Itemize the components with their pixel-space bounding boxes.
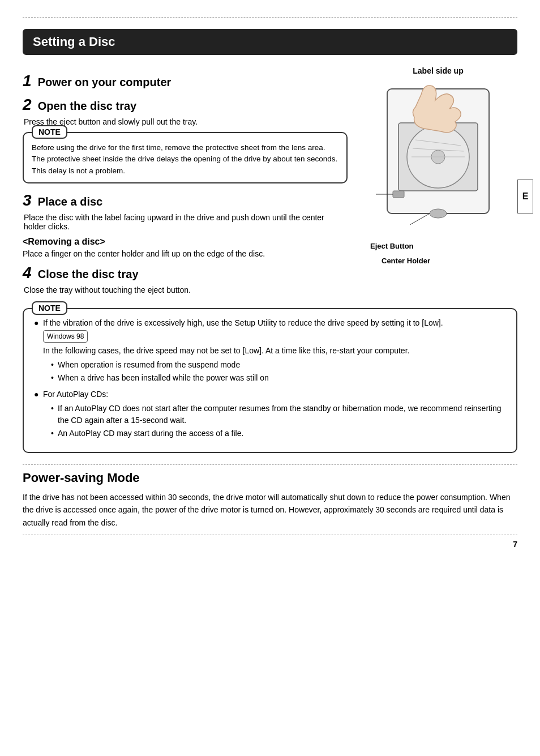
note2-sub-item3: If an AutoPlay CD does not start after t…: [51, 403, 506, 426]
page-number: 7: [513, 540, 517, 549]
note2-sub-item4: An AutoPlay CD may start during the acce…: [51, 428, 506, 439]
power-saving-section: Power-saving Mode If the drive has not b…: [23, 464, 517, 535]
step1-label: Power on your computer: [38, 76, 172, 88]
center-holder-label: Center Holder: [382, 257, 430, 265]
step3-number: 3: [23, 191, 32, 209]
note-content-1: Before using the drive for the first tim…: [32, 142, 338, 177]
step4-body: Close the tray without touching the ejec…: [24, 285, 348, 294]
diagram-label-side-up: Label side up: [413, 66, 463, 75]
step4-number: 4: [23, 264, 32, 281]
note2-bullet2: For AutoPlay CDs: If an AutoPlay CD does…: [34, 388, 506, 439]
step2-body: Press the eject button and slowly pull o…: [24, 117, 348, 126]
step4-label: Close the disc tray: [38, 268, 139, 280]
note-box-1: NOTE Before using the drive for the firs…: [23, 132, 348, 183]
note-label-1: NOTE: [32, 125, 67, 139]
step2-number: 2: [23, 96, 32, 113]
step3-body: Place the disc with the label facing upw…: [24, 213, 348, 231]
note2-sub-list2: If an AutoPlay CD does not start after t…: [43, 403, 506, 439]
note2-sub-item2: When a drive has been installed while th…: [51, 372, 506, 384]
note2-bullet1: If the vibration of the drive is excessi…: [34, 317, 506, 384]
step2-heading: 2 Open the disc tray: [23, 96, 348, 114]
step3-sub-heading: <Removing a disc>: [23, 237, 348, 247]
right-column: Label side up: [359, 66, 517, 300]
svg-rect-7: [393, 191, 404, 198]
section-header: Setting a Disc: [23, 29, 517, 55]
eject-button-label: Eject Button: [370, 242, 414, 250]
note2-list: If the vibration of the drive is excessi…: [34, 317, 506, 439]
power-saving-title: Power-saving Mode: [23, 471, 517, 485]
top-dashed-line: [23, 17, 517, 18]
note2-sub-list1: When operation is resumed from the suspe…: [43, 359, 506, 384]
note2-windows-text: In the following cases, the drive speed …: [43, 346, 409, 355]
disc-diagram: [370, 78, 506, 247]
step1-heading: 1 Power on your computer: [23, 72, 348, 90]
windows-badge: Windows 98: [43, 330, 88, 343]
svg-line-10: [410, 213, 430, 225]
main-content: 1 Power on your computer 2 Open the disc…: [23, 66, 517, 300]
step1-number: 1: [23, 72, 32, 89]
step3-sub-body: Place a finger on the center holder and …: [23, 249, 348, 258]
note-box-2: NOTE If the vibration of the drive is ex…: [23, 308, 517, 453]
note2-sub-item1: When operation is resumed from the suspe…: [51, 359, 506, 371]
power-saving-body: If the drive has not been accessed withi…: [23, 491, 517, 529]
section-title: Setting a Disc: [33, 35, 115, 49]
step3-label: Place a disc: [38, 195, 103, 208]
step2-label: Open the disc tray: [38, 100, 137, 112]
step3-heading: 3 Place a disc: [23, 191, 348, 210]
left-column: 1 Power on your computer 2 Open the disc…: [23, 66, 348, 300]
svg-point-8: [430, 209, 447, 218]
e-tab: E: [517, 180, 533, 213]
step4-heading: 4 Close the disc tray: [23, 264, 348, 282]
note-label-2: NOTE: [32, 301, 67, 315]
